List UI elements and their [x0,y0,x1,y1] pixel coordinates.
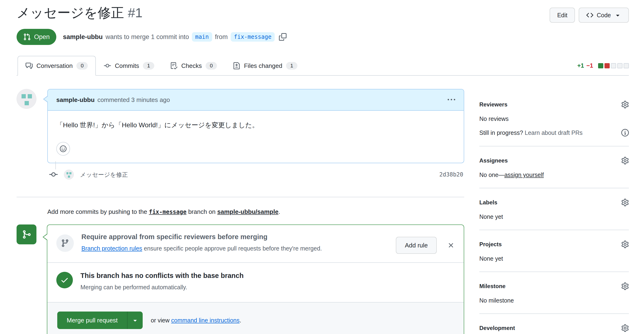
pr-author[interactable]: sample-ubbu [63,33,103,41]
diffstat-additions: +1 [577,62,584,69]
tab-commits[interactable]: Commits 1 [96,56,162,76]
reviewers-header[interactable]: Reviewers [479,101,629,108]
gear-icon[interactable] [621,324,629,332]
labels-empty: None yet [479,213,629,220]
diffstat-deletions: −1 [586,62,593,69]
tab-files-changed[interactable]: Files changed 1 [225,56,306,76]
push-note-repo[interactable]: sample-ubbu/sample [217,208,278,215]
close-icon[interactable] [447,242,455,249]
commit-sha[interactable]: 2d38b20 [439,171,463,178]
branch-protection-rest: ensure specific people approve pull requ… [142,245,322,252]
projects-header[interactable]: Projects [479,240,629,248]
tab-label: Commits [115,62,139,70]
triangle-down-icon [132,317,139,324]
no-one-text: No one— [479,172,504,178]
assign-yourself-link[interactable]: assign yourself [504,172,544,178]
diffstat-block-added [598,63,603,68]
push-note-branch[interactable]: fix-message [149,209,186,215]
pr-state-label: Open [34,33,50,41]
branch-protection-description: Branch protection rules ensure specific … [82,245,388,252]
add-reaction-button[interactable] [56,142,70,156]
conversation-column: sample-ubbu commented 3 minutes ago 「Hel… [16,89,464,334]
gear-icon[interactable] [621,199,629,206]
pr-title-text: メッセージを修正 [16,5,124,20]
merge-pull-request-button[interactable]: Merge pull request [57,312,143,329]
copy-branch-icon[interactable] [279,33,286,41]
milestone-title: Milestone [479,283,506,290]
header-actions: Edit Code [550,8,629,23]
tab-counter: 1 [286,62,298,70]
pr-number: #1 [128,5,142,20]
push-note: Add more commits by pushing to the fix-m… [47,208,464,216]
comment-box: sample-ubbu commented 3 minutes ago 「Hel… [47,89,464,163]
pr-summary: sample-ubbu wants to merge 1 commit into… [63,32,286,42]
merge-box: Require approval from specific reviewers… [47,224,464,334]
code-button[interactable]: Code [579,8,629,23]
tab-checks[interactable]: Checks 0 [162,56,225,76]
base-branch-label[interactable]: main [192,32,212,42]
diffstat-block-neutral [611,63,616,68]
gear-icon[interactable] [621,282,629,290]
chevron-down-icon [614,12,621,19]
avatar[interactable] [64,170,74,180]
assignees-header[interactable]: Assignees [479,157,629,164]
milestone-header[interactable]: Milestone [479,282,629,290]
assignees-empty: No one—assign yourself [479,172,629,178]
sidebar-section-milestone: Milestone No milestone [479,272,629,314]
milestone-empty: No milestone [479,297,629,304]
file-diff-icon [233,62,240,69]
cli-instructions-text: or view command line instructions. [151,317,241,324]
code-button-label: Code [597,12,611,19]
head-branch-label[interactable]: fix-message [231,32,275,42]
git-commit-icon [104,62,111,69]
projects-title: Projects [479,241,502,248]
comment-discussion-icon [26,62,33,69]
sidebar-section-development: Development [479,314,629,334]
diffstat-block-neutral [617,63,622,68]
comment-meta: commented 3 minutes ago [98,96,170,104]
edit-button[interactable]: Edit [550,8,575,23]
comment-body: 「Hello 世界!」から「Hello World!」にメッセージを変更しました… [48,111,464,163]
comment-author[interactable]: sample-ubbu [56,96,95,104]
merge-options-caret[interactable] [127,312,143,329]
pr-meta-row: Open sample-ubbu wants to merge 1 commit… [16,29,629,45]
branch-protection-row: Require approval from specific reviewers… [47,225,464,262]
push-note-middle: branch on [186,208,217,215]
comment-thread: sample-ubbu commented 3 minutes ago 「Hel… [16,89,464,163]
sidebar-section-labels: Labels None yet [479,188,629,230]
add-rule-button[interactable]: Add rule [396,237,437,254]
labels-title: Labels [479,199,497,206]
info-icon[interactable] [621,129,629,136]
merge-section: Require approval from specific reviewers… [16,224,464,334]
git-branch-icon [56,234,74,252]
comment-header: sample-ubbu commented 3 minutes ago [48,90,464,111]
edit-button-label: Edit [557,12,567,19]
push-note-suffix: . [278,208,280,215]
tab-conversation[interactable]: Conversation 0 [18,56,96,76]
branch-protection-title: Require approval from specific reviewers… [82,233,388,241]
development-header[interactable]: Development [479,324,629,332]
projects-empty: None yet [479,255,629,262]
learn-draft-prs-link[interactable]: Learn about draft PRs [525,130,583,136]
diffstat-block-deleted [604,63,610,68]
tab-counter: 0 [76,62,88,70]
avatar[interactable] [16,89,36,109]
draft-prompt: Still in progress? [479,130,525,136]
code-icon [586,12,593,19]
labels-header[interactable]: Labels [479,199,629,206]
commit-message[interactable]: メッセージを修正 [80,171,128,178]
commit-row: メッセージを修正 2d38b20 [49,169,463,180]
tab-label: Files changed [244,62,282,70]
kebab-menu-icon[interactable] [448,96,455,104]
gear-icon[interactable] [621,240,629,248]
sidebar-section-projects: Projects None yet [479,230,629,272]
gear-icon[interactable] [621,101,629,108]
merge-status-subtitle: Merging can be performed automatically. [80,284,244,291]
diffstat: +1 −1 [577,62,629,69]
git-pull-request-icon [23,33,31,41]
command-line-instructions-link[interactable]: command line instructions [171,317,240,324]
branch-protection-rules-link[interactable]: Branch protection rules [82,245,142,252]
assignees-title: Assignees [479,157,508,164]
tab-counter: 0 [206,62,217,70]
gear-icon[interactable] [621,157,629,164]
